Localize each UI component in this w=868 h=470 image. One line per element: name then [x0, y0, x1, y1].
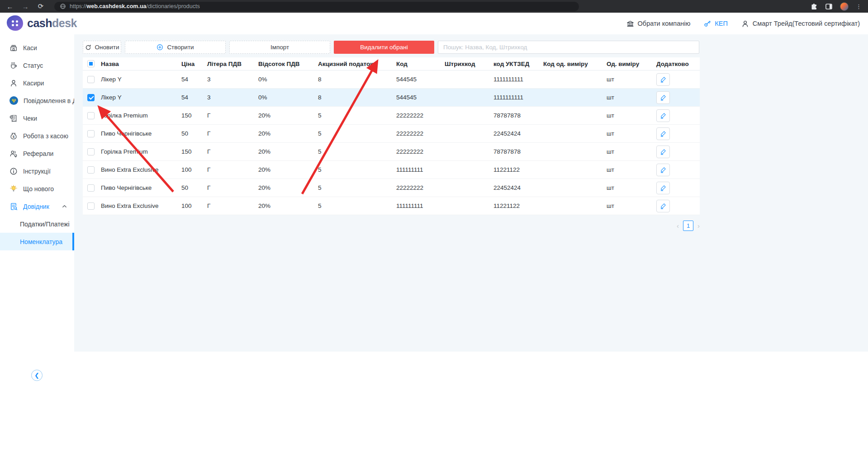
book-search-icon	[9, 202, 18, 211]
sidebar-item-kasy[interactable]: Каси	[0, 39, 74, 56]
cell-excise: 8	[318, 76, 396, 83]
cell-uktzed: 22452424	[493, 184, 543, 191]
row-checkbox[interactable]	[87, 184, 95, 192]
cell-uktzed: 78787878	[493, 148, 543, 155]
create-button[interactable]: Створити	[125, 41, 226, 54]
sidebar-collapse-button[interactable]: ❮	[31, 370, 43, 381]
pencil-icon	[660, 166, 667, 173]
cell-code: 111111111	[396, 202, 445, 209]
row-checkbox[interactable]	[87, 202, 95, 210]
sidebar-item-label: Чеки	[23, 115, 37, 122]
lightbulb-icon	[9, 185, 18, 193]
cell-name: Горілка Premium	[101, 148, 181, 155]
cell-excise: 8	[318, 94, 396, 101]
row-checkbox[interactable]	[87, 94, 95, 101]
delete-selected-button[interactable]: Видалити обрані	[334, 41, 434, 54]
row-checkbox[interactable]	[87, 76, 95, 83]
side-panel-icon[interactable]	[825, 3, 833, 10]
cell-vat-letter: Г	[207, 202, 258, 209]
cell-excise: 5	[318, 166, 396, 173]
sidebar-item-shcho-novoho[interactable]: Що нового	[0, 180, 74, 197]
row-checkbox[interactable]	[87, 112, 95, 119]
sidebar-item-status[interactable]: Статус	[0, 56, 74, 74]
sidebar-item-kasyry[interactable]: Касири	[0, 74, 74, 92]
sidebar-item-label: Що нового	[23, 185, 54, 193]
sidebar-item-robota-z-kasoyu[interactable]: $ Робота з касою	[0, 127, 74, 145]
next-page-icon[interactable]: ›	[697, 222, 700, 229]
row-checkbox[interactable]	[87, 166, 95, 174]
edit-button[interactable]	[656, 127, 670, 140]
table-header: Назва Ціна Літера ПДВ Відсоток ПДВ Акциз…	[83, 57, 700, 70]
sidebar-subitem-label: Номенклатура	[20, 238, 62, 245]
browser-profile-avatar[interactable]	[840, 2, 849, 11]
select-company-button[interactable]: Обрати компанію	[626, 20, 691, 28]
sidebar-item-label: Касири	[23, 80, 44, 87]
import-button[interactable]: Імпорт	[229, 41, 330, 54]
edit-button[interactable]	[656, 73, 670, 86]
forward-icon[interactable]: →	[21, 3, 30, 10]
page: ← → ⟳ https://web.cashdesk.com.ua/dictio…	[0, 0, 868, 470]
browser-menu-icon[interactable]: ⋮	[856, 3, 862, 10]
create-label: Створити	[167, 44, 194, 51]
search-input[interactable]	[438, 41, 699, 54]
receipt-icon	[9, 114, 18, 122]
user-menu[interactable]: Смарт Трейд(Тестовий сертифікат)	[741, 20, 860, 28]
cell-code: 22222222	[396, 130, 445, 137]
column-header: Код од. виміру	[543, 61, 607, 67]
cell-price: 54	[181, 76, 207, 83]
edit-button[interactable]	[656, 200, 670, 212]
cell-unit: шт	[607, 94, 656, 101]
kep-button[interactable]: КЕП	[704, 20, 728, 27]
sidebar-item-cheky[interactable]: Чеки	[0, 109, 74, 127]
page-number[interactable]: 1	[683, 221, 693, 231]
edit-button[interactable]	[656, 146, 670, 158]
trident-badge-icon: Ψ	[9, 96, 18, 105]
cell-unit: шт	[607, 76, 656, 83]
pencil-icon	[660, 184, 667, 191]
user-icon	[741, 20, 749, 28]
cell-price: 50	[181, 184, 207, 191]
cell-code: 544545	[396, 76, 445, 83]
sidebar: Каси Статус Касири Ψ Повідомлення в Д...	[0, 34, 74, 470]
user-name-label: Смарт Трейд(Тестовий сертифікат)	[753, 20, 860, 27]
address-bar[interactable]: https://web.cashdesk.com.ua/dictionaries…	[54, 2, 579, 11]
table-row: Лікер Y 54 3 0% 8 544545 1111111111 шт	[83, 70, 700, 89]
svg-text:$: $	[13, 135, 14, 139]
cell-code: 111111111	[396, 166, 445, 173]
edit-button[interactable]	[656, 109, 670, 122]
sidebar-subitem-podatky[interactable]: Податки/Платежі	[0, 215, 74, 233]
select-all-checkbox[interactable]	[87, 60, 95, 67]
edit-button[interactable]	[656, 182, 670, 194]
cell-price: 150	[181, 148, 207, 155]
edit-button[interactable]	[656, 164, 670, 176]
cell-vat-letter: 3	[207, 94, 258, 101]
cell-name: Вино Extra Exclusive	[101, 202, 181, 209]
sidebar-item-dovidnyk[interactable]: Довідник	[0, 197, 74, 215]
cell-excise: 5	[318, 130, 396, 137]
row-checkbox[interactable]	[87, 148, 95, 155]
cell-unit: шт	[607, 202, 656, 209]
sidebar-item-instruktsii[interactable]: Інструкції	[0, 162, 74, 180]
cashdesk-logo: cashdesk	[7, 15, 77, 31]
select-company-label: Обрати компанію	[638, 20, 691, 27]
column-header: Код	[396, 61, 445, 67]
sidebar-item-referaly[interactable]: Реферали	[0, 145, 74, 162]
sidebar-item-povidomlennya[interactable]: Ψ Повідомлення в Д...	[0, 92, 74, 109]
cell-code: 544545	[396, 94, 445, 101]
cell-vat-letter: Г	[207, 148, 258, 155]
prev-page-icon[interactable]: ‹	[677, 222, 679, 229]
sidebar-subitem-nomenklatura[interactable]: Номенклатура	[0, 233, 74, 250]
cell-vat-percent: 20%	[258, 184, 318, 191]
back-icon[interactable]: ←	[5, 3, 14, 10]
extensions-icon[interactable]	[810, 3, 818, 10]
reload-icon[interactable]: ⟳	[36, 2, 45, 10]
cell-price: 100	[181, 166, 207, 173]
refresh-button[interactable]: Оновити	[83, 41, 121, 54]
cell-uktzed: 11221122	[493, 166, 543, 173]
url-text: https://web.cashdesk.com.ua/dictionaries…	[70, 3, 200, 9]
people-add-icon	[9, 150, 18, 158]
edit-button[interactable]	[656, 91, 670, 104]
row-checkbox[interactable]	[87, 130, 95, 137]
cell-uktzed: 1111111111	[493, 94, 543, 101]
cell-uktzed: 22452424	[493, 130, 543, 137]
